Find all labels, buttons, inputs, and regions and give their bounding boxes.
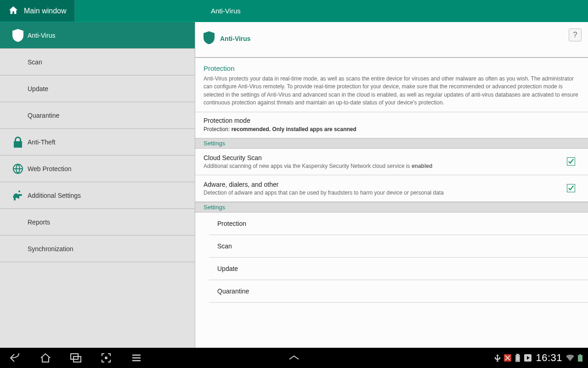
main-panel: Anti-Virus ? Protection Anti-Virus prote…: [195, 22, 588, 348]
sidebar-item-label: Synchronization: [28, 245, 74, 253]
svg-rect-6: [517, 354, 519, 355]
sidebar-item-additional[interactable]: Additional Settings: [0, 182, 195, 209]
adware-checkbox[interactable]: [567, 184, 575, 192]
protection-block: Protection Anti-Virus protects your data…: [195, 58, 588, 112]
adware-title: Adware, dialers, and other: [204, 181, 562, 188]
android-navbar: 16:31: [0, 348, 588, 368]
globe-icon: [8, 163, 28, 174]
svg-point-3: [105, 357, 107, 359]
home-button[interactable]: Main window: [0, 0, 75, 22]
svg-rect-10: [579, 354, 581, 355]
lock-icon: [8, 137, 28, 148]
back-button[interactable]: [0, 348, 30, 368]
section-header: Anti-Virus ?: [195, 22, 588, 58]
link-protection[interactable]: Protection: [209, 213, 588, 235]
shield-icon: [8, 29, 28, 42]
cloud-desc: Additional scanning of new apps via the …: [204, 163, 562, 169]
puzzle-icon: [8, 190, 28, 201]
link-scan[interactable]: Scan: [209, 235, 588, 258]
sidebar-item-label: Reports: [28, 218, 50, 226]
protection-heading: Protection: [204, 64, 580, 72]
cloud-checkbox[interactable]: [567, 157, 575, 166]
cloud-title: Cloud Security Scan: [204, 154, 562, 161]
sidebar-item-label: Scan: [28, 58, 42, 66]
sidebar-item-label: Quarantine: [28, 112, 59, 119]
home-icon: [8, 5, 18, 17]
screenshot-button[interactable]: [91, 348, 121, 368]
home-nav-button[interactable]: [30, 348, 61, 368]
expand-button[interactable]: [288, 355, 300, 361]
recent-button[interactable]: [61, 348, 91, 368]
protection-description: Anti-Virus protects your data in real-ti…: [204, 75, 580, 107]
protection-mode-row[interactable]: Protection mode Protection: recommended.…: [195, 112, 588, 138]
menu-button[interactable]: [121, 348, 152, 368]
sidebar-item-sync[interactable]: Synchronization: [0, 236, 195, 262]
sidebar-item-label: Anti-Virus: [28, 32, 55, 39]
settings-header-2: Settings: [195, 202, 588, 213]
check-icon: [568, 185, 574, 191]
section-title: Anti-Virus: [220, 35, 251, 42]
sidebar-item-quarantine[interactable]: Quarantine: [0, 102, 195, 129]
top-bar: Main window Anti-Virus: [0, 0, 588, 22]
check-icon: [568, 158, 574, 165]
battery-status-icon: [576, 354, 584, 362]
sidebar-item-label: Additional Settings: [28, 192, 81, 199]
link-quarantine[interactable]: Quarantine: [209, 280, 588, 303]
app-notification-icon: [503, 354, 512, 362]
clock: 16:31: [536, 352, 562, 364]
battery-icon: [514, 354, 522, 362]
sidebar-item-webprotection[interactable]: Web Protection: [0, 155, 195, 182]
sidebar-item-label: Anti-Theft: [28, 138, 56, 146]
content: Anti-Virus Scan Update Quarantine Anti-T…: [0, 22, 588, 348]
sidebar-item-antivirus[interactable]: Anti-Virus: [0, 22, 195, 49]
sidebar-item-label: Web Protection: [28, 165, 71, 172]
settings-header: Settings: [195, 138, 588, 149]
home-label: Main window: [24, 7, 66, 15]
sidebar-item-update[interactable]: Update: [0, 75, 195, 102]
sidebar-item-antitheft[interactable]: Anti-Theft: [0, 129, 195, 155]
adware-row[interactable]: Adware, dialers, and other Detection of …: [195, 175, 588, 202]
sidebar: Anti-Virus Scan Update Quarantine Anti-T…: [0, 22, 195, 348]
sidebar-item-reports[interactable]: Reports: [0, 209, 195, 236]
shield-icon: [204, 31, 215, 46]
help-button[interactable]: ?: [569, 29, 582, 41]
mode-value: Protection: recommended. Only installed …: [204, 126, 580, 132]
wifi-icon: [566, 354, 574, 362]
play-icon: [524, 354, 532, 362]
link-update[interactable]: Update: [209, 258, 588, 280]
sidebar-item-label: Update: [28, 85, 48, 92]
status-tray[interactable]: 16:31: [493, 352, 584, 364]
page-title: Anti-Virus: [204, 0, 241, 22]
usb-icon: [493, 354, 502, 362]
svg-rect-9: [578, 355, 582, 362]
adware-desc: Detection of adware and apps that can be…: [204, 190, 562, 196]
mode-title: Protection mode: [204, 117, 580, 124]
sidebar-item-scan[interactable]: Scan: [0, 49, 195, 75]
svg-rect-7: [517, 356, 519, 361]
cloud-security-row[interactable]: Cloud Security Scan Additional scanning …: [195, 149, 588, 175]
